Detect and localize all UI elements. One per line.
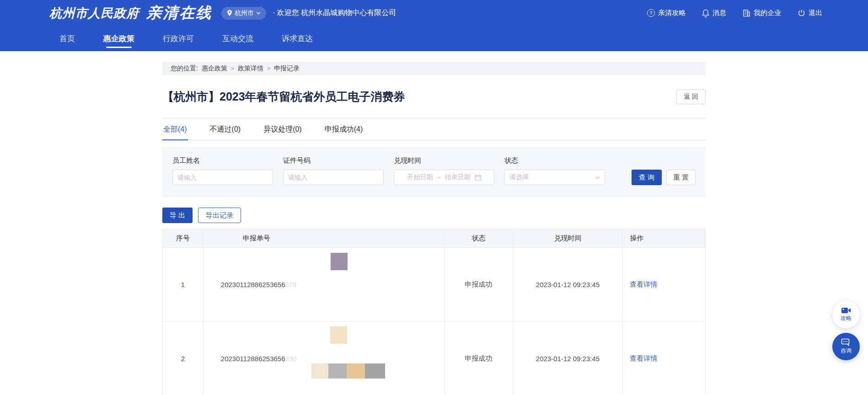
power-icon [798,9,805,17]
search-button[interactable]: 查 询 [632,170,662,185]
logout-link[interactable]: 退出 [798,9,822,17]
gov-logo: 杭州市人民政府 [49,5,139,21]
view-detail-link[interactable]: 查看详情 [630,354,657,363]
logout-link-label: 退出 [809,9,822,17]
employee-name-label: 员工姓名 [172,156,273,165]
topbar-right: ? 亲清攻略 消息 我的企业 退出 [647,9,822,17]
consult-float-button[interactable]: 咨询 [832,333,860,360]
messages-link[interactable]: 消息 [702,9,726,17]
breadcrumb-separator: > [231,65,234,72]
breadcrumb-item-application-records[interactable]: 申报记录 [274,64,300,73]
brand-logo: 亲清在线 [146,3,212,23]
row-order-no-cell: 20230112886253656330 [204,322,445,395]
row-status: 申报成功 [445,248,513,321]
row-order-no-redacted-tail: 330 [285,355,297,363]
table-header-row: 序号 申报单号 状态 兑现时间 操作 [163,230,705,248]
row-order-no: 20230112886253656 [221,355,285,363]
reset-button[interactable]: 重 置 [666,170,696,185]
welcome-text: · 欢迎您 杭州水晶城购物中心有限公司 [273,8,396,18]
export-button[interactable]: 导 出 [162,208,193,223]
redeem-time-label: 兑现时间 [394,156,494,165]
bell-icon [702,9,709,17]
export-records-button[interactable]: 导出记录 [198,208,241,223]
status-tabs: 全部(4) 不通过(0) 异议处理(0) 申报成功(4) [162,118,706,140]
my-enterprise-link-label: 我的企业 [754,9,781,17]
row-action-cell: 查看详情 [623,248,705,321]
end-date-placeholder: 结束日期 [445,173,471,181]
nav-item-appeal[interactable]: 诉求直达 [282,26,313,51]
id-number-label: 证件号码 [283,156,384,165]
date-range-separator: ~ [437,174,440,181]
redaction-block [331,253,348,270]
guide-link[interactable]: ? 亲清攻略 [647,9,686,17]
back-button[interactable]: 返 回 [676,90,706,104]
tab-all[interactable]: 全部(4) [162,118,188,140]
main-content: 您的位置: 惠企政策 > 政策详情 > 申报记录 【杭州市】2023年春节留杭省… [162,62,706,395]
redaction-block [330,326,347,344]
table-row: 1 20230112886253656678 申报成功 2023-01-12 0… [163,248,705,322]
consult-float-label: 咨询 [841,347,852,355]
status-select[interactable]: 请选择 [504,170,605,185]
date-range-picker[interactable]: 开始日期 ~ 结束日期 [394,170,494,185]
title-row: 【杭州市】2023年春节留杭省外员工电子消费券 返 回 [162,89,706,104]
start-date-placeholder: 开始日期 [407,173,433,181]
redeem-time-field: 兑现时间 开始日期 ~ 结束日期 [394,156,494,185]
status-select-placeholder: 请选择 [509,173,529,181]
messages-link-label: 消息 [713,9,726,17]
chevron-down-icon [256,11,261,15]
chevron-down-icon [595,176,600,179]
table-row: 2 20230112886253656330 申报成功 2023-01-12 0… [163,322,705,395]
topbar-left: 杭州市人民政府 亲清在线 杭州市 · 欢迎您 杭州水晶城购物中心有限公司 [49,3,396,23]
row-order-no-cell: 20230112886253656678 [204,248,445,321]
location-pin-icon [227,10,232,16]
location-label: 杭州市 [235,9,254,17]
column-header-action: 操作 [623,230,705,247]
row-order-no-redacted-tail: 678 [285,281,297,288]
tab-rejected[interactable]: 不通过(0) [209,118,242,140]
tab-success[interactable]: 申报成功(4) [324,118,364,140]
topbar: 杭州市人民政府 亲清在线 杭州市 · 欢迎您 杭州水晶城购物中心有限公司 ? 亲… [0,0,868,26]
application-table: 序号 申报单号 状态 兑现时间 操作 1 2023011288625365667… [162,229,706,395]
breadcrumb: 您的位置: 惠企政策 > 政策详情 > 申报记录 [162,62,706,75]
nav-item-enterprise-policy[interactable]: 惠企政策 [103,26,134,51]
row-order-no: 20230112886253656 [221,281,285,288]
view-detail-link[interactable]: 查看详情 [630,280,657,289]
main-nav: 首页 惠企政策 行政许可 互动交流 诉求直达 [0,26,868,51]
employee-name-input[interactable] [172,170,273,185]
nav-item-interaction[interactable]: 互动交流 [222,26,253,51]
page-title: 【杭州市】2023年春节留杭省外员工电子消费券 [162,89,405,104]
breadcrumb-item-policy[interactable]: 惠企政策 [202,64,227,73]
breadcrumb-prefix: 您的位置: [171,64,198,73]
row-index: 2 [163,322,204,395]
nav-item-administrative-license[interactable]: 行政许可 [163,26,194,51]
employee-name-field: 员工姓名 [172,156,273,185]
question-circle-icon: ? [647,9,655,17]
row-redeem-time: 2023-01-12 09:23:45 [513,322,623,395]
column-header-redeem-time: 兑现时间 [513,230,623,247]
breadcrumb-item-policy-detail[interactable]: 政策详情 [238,64,263,73]
filter-actions: 查 询 重 置 [632,170,696,185]
location-selector[interactable]: 杭州市 [221,7,266,20]
filter-panel: 员工姓名 证件号码 兑现时间 开始日期 ~ 结束日期 状态 请选择 [162,147,706,197]
building-icon [743,9,750,17]
row-action-cell: 查看详情 [623,322,705,395]
guide-float-button[interactable]: 攻略 [832,301,860,328]
id-number-input[interactable] [283,170,384,185]
guide-float-label: 攻略 [841,315,852,322]
calendar-icon [475,174,481,181]
column-header-status: 状态 [445,230,513,247]
column-header-order-no: 申报单号 [204,230,445,247]
page-viewport: 杭州市人民政府 亲清在线 杭州市 · 欢迎您 杭州水晶城购物中心有限公司 ? 亲… [0,0,868,395]
export-toolbar: 导 出 导出记录 [162,208,706,223]
video-camera-icon [841,307,851,314]
nav-item-home[interactable]: 首页 [59,26,75,51]
redaction-block [347,363,365,379]
redaction-block [365,363,385,379]
status-label: 状态 [504,156,605,165]
site-header: 杭州市人民政府 亲清在线 杭州市 · 欢迎您 杭州水晶城购物中心有限公司 ? 亲… [0,0,868,51]
tab-objection[interactable]: 异议处理(0) [263,118,303,140]
my-enterprise-link[interactable]: 我的企业 [743,9,781,17]
row-status: 申报成功 [445,322,513,395]
breadcrumb-separator: > [267,65,270,72]
redaction-block [328,363,347,379]
